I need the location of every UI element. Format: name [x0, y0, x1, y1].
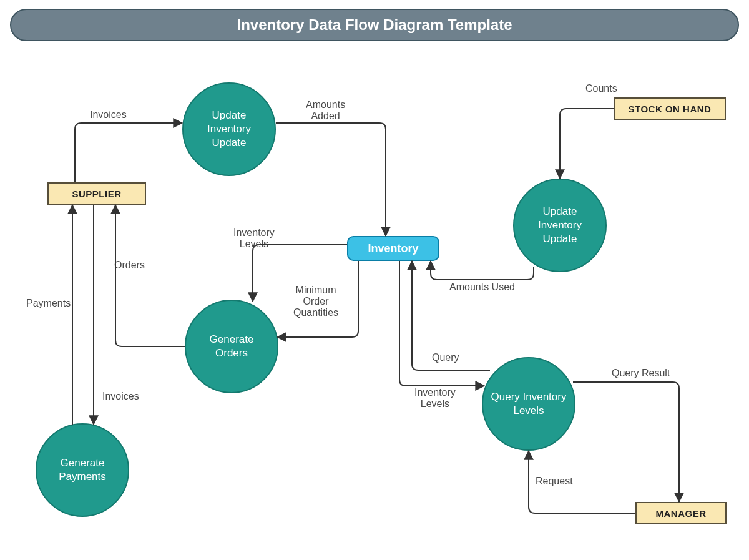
flow-label-query-result: Query Result	[612, 368, 670, 379]
entity-stock-on-hand: STOCK ON HAND	[614, 97, 726, 120]
process-generate-payments: Generate Payments	[36, 423, 129, 517]
flow-label-invoices-1: Invoices	[90, 109, 127, 120]
diagram-canvas: Inventory Data Flow Diagram Template SUP…	[0, 0, 749, 560]
process-generate-orders: Generate Orders	[185, 300, 278, 393]
flow-label-request: Request	[536, 476, 573, 487]
flow-label-payments: Payments	[26, 298, 71, 309]
flow-label-inventory-levels-2: Inventory Levels	[414, 387, 456, 410]
flow-label-min-order-qty: Minimum Order Quantities	[293, 285, 338, 318]
datastore-inventory: Inventory	[347, 236, 439, 261]
process-update-inventory-2: Update Inventory Update	[513, 179, 607, 272]
flow-label-orders: Orders	[114, 260, 145, 271]
process-update-inventory-1: Update Inventory Update	[182, 82, 276, 176]
flow-label-query: Query	[432, 352, 459, 363]
flow-label-amounts-added: Amounts Added	[306, 99, 345, 122]
entity-manager: MANAGER	[635, 502, 727, 524]
entity-supplier: SUPPLIER	[47, 182, 146, 205]
diagram-title: Inventory Data Flow Diagram Template	[10, 9, 739, 41]
process-query-inventory-levels: Query Inventory Levels	[482, 357, 575, 451]
flow-label-amounts-used: Amounts Used	[449, 282, 515, 293]
flow-label-counts: Counts	[585, 83, 617, 94]
flow-label-invoices-2: Invoices	[102, 391, 139, 402]
flow-label-inventory-levels-1: Inventory Levels	[233, 227, 275, 250]
